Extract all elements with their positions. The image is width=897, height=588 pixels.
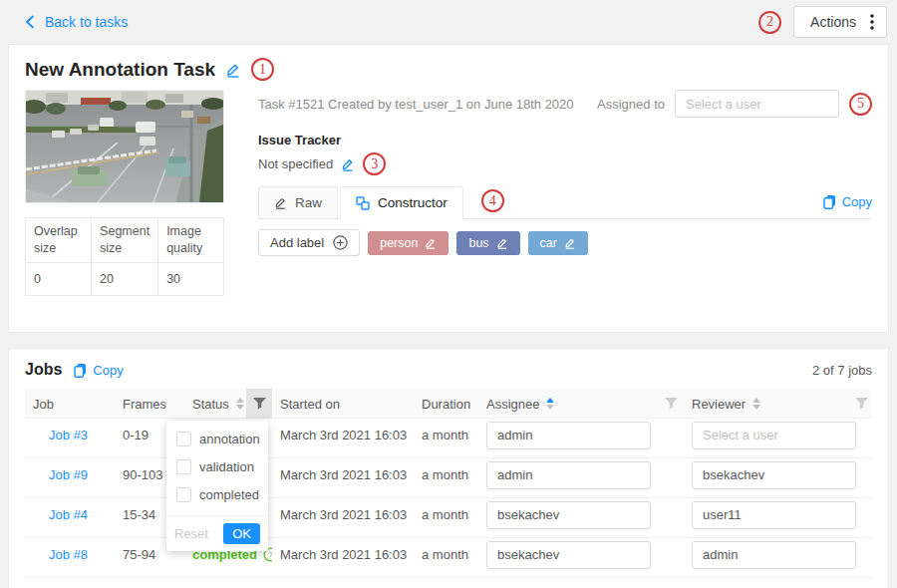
annotation-circle-1: 1 [251, 58, 274, 81]
label-chip-car[interactable]: car [528, 231, 588, 255]
filter-ok-button[interactable]: OK [223, 523, 260, 544]
label-person-name: person [380, 236, 418, 250]
issue-tracker-label: Issue Tracker [258, 133, 872, 147]
checkbox-icon[interactable] [176, 432, 191, 446]
param-header-overlap: Overlap size [26, 218, 92, 263]
table-row: Job #8 75-94 completed ? March 3rd 2021 … [25, 538, 872, 578]
tab-raw-label: Raw [295, 195, 322, 210]
job-link[interactable]: Job #9 [25, 467, 115, 482]
column-job: Job [25, 397, 115, 412]
checkbox-icon[interactable] [176, 459, 191, 474]
filter-option-validation[interactable]: validation [166, 459, 268, 474]
actions-button[interactable]: Actions [793, 6, 887, 38]
table-row: Job #9 90-103 March 3rd 2021 16:03 a mon… [25, 458, 872, 498]
jobs-copy-button[interactable]: Copy [74, 363, 123, 378]
tab-constructor[interactable]: Constructor [340, 186, 463, 219]
label-chip-person[interactable]: person [368, 231, 448, 255]
job-duration: a month [414, 507, 478, 522]
job-reviewer-input[interactable] [692, 501, 856, 529]
label-car-name: car [540, 236, 557, 250]
back-label: Back to tasks [45, 14, 128, 30]
filter-option-annotation[interactable]: annotation [166, 432, 268, 446]
job-assignee-input[interactable] [486, 501, 651, 529]
annotation-circle-4: 4 [481, 189, 504, 212]
add-label-button[interactable]: Add label [258, 229, 360, 256]
job-assignee-input[interactable] [486, 422, 651, 449]
copy-icon [823, 194, 836, 209]
annotation-circle-5: 5 [849, 93, 872, 116]
label-bus-name: bus [468, 236, 488, 250]
param-header-segment: Segment size [92, 218, 158, 263]
edit-issue-tracker-icon[interactable] [341, 157, 355, 171]
tab-raw[interactable]: Raw [258, 186, 338, 218]
label-constructor-area: Add label person bus [258, 219, 872, 256]
param-value-segment: 20 [92, 262, 158, 295]
edit-label-icon[interactable] [564, 237, 576, 249]
status-filter-button[interactable] [246, 389, 272, 419]
checkbox-icon[interactable] [176, 487, 191, 502]
sort-caret-assignee-icon[interactable] [546, 398, 554, 410]
labels-copy-button[interactable]: Copy [823, 194, 872, 209]
issue-tracker-value: Not specified [258, 156, 333, 171]
table-row: Job #4 15-34 March 3rd 2021 16:03 a mont… [25, 498, 872, 538]
back-chevron-icon [24, 15, 36, 29]
job-link[interactable]: Job #3 [25, 428, 115, 442]
task-preview-image [25, 90, 224, 203]
edit-raw-icon [274, 196, 287, 209]
block-constructor-icon [356, 196, 370, 210]
job-assignee-input[interactable] [486, 541, 651, 569]
job-started: March 3rd 2021 16:03 [272, 547, 414, 562]
assigned-to-label: Assigned to [597, 97, 665, 112]
back-to-tasks-link[interactable]: Back to tasks [24, 14, 128, 30]
jobs-count: 2 of 7 jobs [812, 363, 872, 378]
filter-funnel-icon [665, 398, 678, 410]
filter-funnel-icon [253, 398, 266, 410]
job-link[interactable]: Job #4 [25, 507, 115, 522]
edit-label-icon[interactable] [496, 237, 508, 249]
jobs-title: Jobs [25, 361, 62, 379]
column-duration: Duration [414, 397, 478, 412]
annotation-circle-3: 3 [363, 152, 386, 175]
assignee-filter-button[interactable] [658, 389, 684, 419]
reviewer-filter-button[interactable] [849, 389, 874, 419]
job-duration: a month [414, 428, 478, 442]
table-row: Job #3 0-19 March 3rd 2021 16:03 a month [25, 419, 872, 458]
status-filter-dropdown: annotation validation completed Reset OK [166, 421, 268, 551]
param-value-overlap: 0 [26, 262, 92, 295]
sort-caret-reviewer-icon[interactable] [752, 398, 760, 410]
jobs-table: Job Frames Status Started on Duration As… [25, 389, 872, 578]
job-reviewer-input[interactable] [692, 422, 856, 449]
job-link[interactable]: Job #8 [25, 547, 115, 562]
labels-copy-label: Copy [842, 194, 872, 209]
filter-option-completed[interactable]: completed [166, 487, 268, 502]
job-reviewer-input[interactable] [692, 541, 856, 569]
plus-circle-icon [333, 235, 348, 250]
job-reviewer-input[interactable] [692, 461, 856, 489]
job-assignee-input[interactable] [486, 461, 651, 489]
job-started: March 3rd 2021 16:03 [272, 428, 414, 442]
column-assignee[interactable]: Assignee [478, 397, 658, 412]
tab-constructor-label: Constructor [378, 195, 448, 210]
task-meta-text: Task #1521 Created by test_user_1 on Jun… [258, 97, 574, 112]
job-started: March 3rd 2021 16:03 [272, 507, 414, 522]
top-bar: Back to tasks 2 Actions [0, 0, 897, 44]
job-duration: a month [414, 467, 478, 482]
labels-tab-bar: Raw Constructor 4 Copy [258, 186, 872, 219]
filter-reset-button[interactable]: Reset [174, 526, 208, 541]
copy-icon [74, 363, 87, 378]
edit-label-icon[interactable] [425, 237, 437, 249]
task-parameters-table: Overlap size Segment size Image quality … [25, 217, 224, 296]
column-started-on: Started on [272, 397, 414, 412]
param-value-quality: 30 [158, 262, 224, 295]
filter-funnel-icon [855, 398, 868, 410]
jobs-card: Jobs Copy 2 of 7 jobs Job Frames Status … [8, 348, 889, 588]
column-status[interactable]: Status [184, 397, 246, 412]
job-started: March 3rd 2021 16:03 [272, 467, 414, 482]
task-title: New Annotation Task [25, 59, 215, 81]
task-assignee-input[interactable] [675, 90, 839, 118]
task-overview-card: New Annotation Task 1 [8, 44, 889, 333]
sort-caret-status-icon[interactable] [236, 398, 244, 410]
edit-title-icon[interactable] [225, 62, 241, 78]
label-chip-bus[interactable]: bus [456, 231, 519, 255]
column-reviewer[interactable]: Reviewer [684, 397, 849, 412]
